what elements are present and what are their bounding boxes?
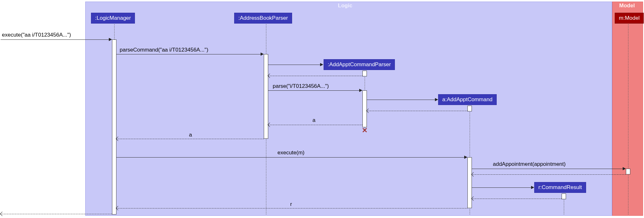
activation-model [626,169,630,174]
activation-add-appt-command-2 [467,157,472,208]
arrow-return-r [116,208,467,208]
arrow-parse [268,90,360,91]
msg-parse-label: parse("i/T0123456A...") [273,83,329,89]
arrow-addappointment [472,169,623,169]
arrow-addappointment-return [472,174,626,175]
frame-logic-title: Logic [338,3,352,9]
arrow-parse-head [359,89,362,92]
arrow-create-result-head [531,186,534,189]
arrow-execute [1,39,109,40]
frame-model [612,2,643,216]
msg-return-a2-label: a [189,132,192,138]
participant-address-book-parser: :AddressBookParser [234,13,292,24]
msg-return-r-label: r [290,201,292,207]
frame-logic [85,2,612,216]
arrow-create-parser-head [320,63,323,66]
arrow-create-command [367,100,436,100]
activation-address-book-parser [264,54,268,139]
lifeline-model [628,24,628,214]
arrow-execute-m-head [464,156,467,159]
arrow-create-result [472,187,532,188]
msg-execute-m-label: execute(m) [277,150,304,156]
arrow-execute-m [116,157,465,158]
arrow-parsecommand [116,54,261,54]
arrow-create-parser-return [268,76,362,76]
activation-add-appt-command-parser-2 [362,90,367,127]
participant-command-result: r:CommandResult [534,182,586,193]
activation-logic-manager [112,39,116,214]
arrow-create-command-return [367,111,467,111]
activation-command-result [562,193,566,199]
msg-parsecommand-label: parseCommand("aa i/T0123456A...") [120,47,208,53]
participant-add-appt-command-parser: :AddApptCommandParser [324,59,395,70]
activation-add-appt-command-1 [467,106,472,111]
arrow-return-a1 [268,125,362,125]
arrow-execute-head [109,38,112,41]
activation-add-appt-command-parser-1 [362,71,367,76]
arrow-parsecommand-head [261,53,264,56]
frame-model-title: Model [619,3,635,9]
arrow-return-a2 [116,139,264,139]
participant-model: m:Model [615,13,644,24]
arrow-create-result-return [472,199,562,199]
participant-add-appt-command: a:AddApptCommand [438,94,497,105]
msg-addappointment-label: addAppointment(appointment) [493,161,566,167]
arrow-create-parser [268,65,321,65]
arrow-final-return [1,214,112,214]
participant-logic-manager: :LogicManager [91,13,135,24]
arrow-addappointment-head [623,167,626,170]
arrow-final-return-head [0,212,4,216]
destroy-parser-icon: ✕ [361,127,368,134]
msg-return-a1-label: a [312,117,315,123]
arrow-create-command-head [435,98,438,101]
msg-execute-label: execute("aa i/T0123456A...") [2,32,71,38]
